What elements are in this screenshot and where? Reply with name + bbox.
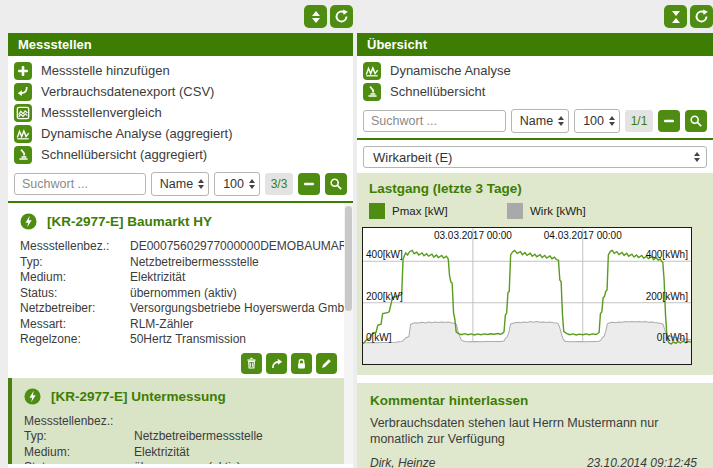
result-count-badge: 3/3: [265, 173, 293, 195]
messstellen-panel: Messstellen Messstelle hinzufügen Verbra…: [8, 33, 353, 468]
entry-title-row: [KR-2977-E] Untermessung: [24, 384, 337, 414]
refresh-button[interactable]: [690, 5, 713, 28]
list-item[interactable]: [KR-2977-E] Untermessung Messstellenbez.…: [8, 378, 353, 465]
messstellen-list: [KR-2977-E] Baumarkt HY Messstellenbez.:…: [8, 203, 353, 464]
uebersicht-menu: Dynamische Analyse Schnellübersicht: [357, 56, 713, 104]
sort-select[interactable]: Name: [511, 109, 569, 133]
microscope-icon: [14, 146, 32, 164]
scrollbar[interactable]: [344, 203, 353, 464]
measurement-type-select[interactable]: Wirkarbeit (E): [363, 146, 707, 168]
messstellen-search-row: Name 100 3/3: [8, 167, 353, 201]
svg-text:0[kWh]: 0[kWh]: [657, 332, 688, 343]
list-item[interactable]: [KR-2977-E] Baumarkt HY Messstellenbez.:…: [8, 203, 353, 378]
menu-item-schnelluebersicht[interactable]: Schnellübersicht: [357, 81, 713, 102]
field-label: Status:: [20, 286, 130, 302]
entry-title: [KR-2977-E] Untermessung: [51, 389, 226, 404]
pencil-icon: [320, 357, 333, 370]
uebersicht-panel: Übersicht Dynamische Analyse Schnellüber…: [357, 33, 713, 468]
collapse-button[interactable]: [664, 5, 687, 28]
line-chart-icon: [14, 125, 32, 143]
svg-text:200[kWh]: 200[kWh]: [646, 291, 689, 302]
search-icon: [689, 114, 703, 128]
field-value: Netzbetreibermessstelle: [130, 255, 259, 271]
field-label: Typ:: [24, 429, 134, 445]
field-label: Regelzone:: [20, 332, 130, 348]
edit-button[interactable]: [316, 353, 337, 374]
transfer-button[interactable]: [266, 353, 287, 374]
entry-title-row: [KR-2977-E] Baumarkt HY: [20, 209, 337, 239]
lightning-icon: [24, 388, 41, 405]
field-label: Messstellenbez.:: [20, 239, 130, 255]
remove-filter-button[interactable]: [298, 173, 320, 195]
field-value: Elektrizität: [130, 270, 185, 286]
menu-item-label: Verbrauchsdatenexport (CSV): [41, 84, 214, 99]
right-panel-toolbar: [357, 5, 713, 28]
menu-item-export-csv[interactable]: Verbrauchsdatenexport (CSV): [8, 81, 353, 102]
menu-item-messstellenvergleich[interactable]: Messstellenvergleich: [8, 102, 353, 123]
field-value: Netzbetreibermessstelle: [134, 429, 263, 445]
entry-actions: [20, 348, 337, 376]
left-panel-toolbar: [8, 5, 353, 28]
menu-item-label: Schnellübersicht: [390, 84, 485, 99]
comment-title: Kommentar hinterlassen: [370, 391, 697, 415]
menu-item-add-messstelle[interactable]: Messstelle hinzufügen: [8, 60, 353, 81]
svg-text:0[kW]: 0[kW]: [366, 332, 392, 343]
remove-filter-button[interactable]: [658, 110, 680, 132]
search-icon: [329, 177, 343, 191]
svg-text:04.03.2017 00:00: 04.03.2017 00:00: [544, 230, 622, 241]
comment-footer: Dirk, Heinze 23.10.2014 09:12:45: [370, 447, 697, 468]
chevron-updown-icon: [609, 116, 615, 126]
minus-icon: [663, 115, 675, 127]
comment-text: Verbrauchsdaten stehen laut Herrn Muster…: [370, 415, 697, 447]
divider: [357, 138, 713, 140]
panel-title: Messstellen: [8, 33, 353, 56]
refresh-button[interactable]: [330, 5, 353, 28]
page-size-select[interactable]: 100: [574, 109, 620, 133]
page-size-select[interactable]: 100: [214, 172, 260, 196]
microscope-icon: [363, 83, 381, 101]
sort-select-value: Name: [160, 177, 193, 191]
field-label: Status:: [24, 460, 134, 464]
lightning-icon: [20, 213, 37, 230]
field-label: Medium:: [24, 445, 134, 461]
field-value: DE00075602977000000DEMOBAUMARKT01: [130, 239, 353, 255]
page-size-value: 100: [583, 114, 604, 128]
menu-item-label: Messstelle hinzufügen: [41, 63, 170, 78]
field-value: übernommen (aktiv): [134, 460, 241, 464]
menu-item-dynamische-analyse[interactable]: Dynamische Analyse (aggregiert): [8, 123, 353, 144]
scrollbar-thumb[interactable]: [345, 206, 352, 311]
menu-item-label: Dynamische Analyse (aggregiert): [41, 126, 232, 141]
sort-select[interactable]: Name: [151, 172, 209, 196]
legend-item: Wirk [kWh]: [507, 203, 645, 219]
legend-item: Pmax [kW]: [369, 203, 507, 219]
field-value: Elektrizität: [134, 445, 189, 461]
collapse-arrows-icon: [672, 11, 680, 23]
compare-chart-icon: [14, 104, 32, 122]
search-button[interactable]: [685, 110, 707, 132]
comment-timestamp: 23.10.2014 09:12:45: [587, 456, 697, 468]
svg-text:400[kWh]: 400[kWh]: [646, 249, 689, 260]
field-value: RLM-Zähler: [130, 317, 193, 333]
legend-swatch-pmax: [369, 203, 385, 219]
lock-button[interactable]: [291, 353, 312, 374]
search-input[interactable]: [14, 173, 146, 195]
search-button[interactable]: [325, 173, 347, 195]
search-input[interactable]: [363, 110, 506, 132]
chart-legend: Pmax [kW] Wirk [kWh]: [357, 202, 713, 225]
menu-item-schnelluebersicht[interactable]: Schnellübersicht (aggregiert): [8, 144, 353, 165]
lastgang-section: Lastgang (letzte 3 Tage) Pmax [kW] Wirk …: [357, 173, 713, 375]
field-value: übernommen (aktiv): [130, 286, 237, 302]
comment-section: Kommentar hinterlassen Verbrauchsdaten s…: [357, 383, 713, 468]
expand-collapse-button[interactable]: [304, 5, 327, 28]
comment-author: Dirk, Heinze: [370, 456, 435, 468]
menu-item-label: Dynamische Analyse: [390, 63, 511, 78]
menu-item-label: Messstellenvergleich: [41, 105, 162, 120]
legend-label: Wirk [kWh]: [530, 205, 586, 217]
delete-button[interactable]: [241, 353, 262, 374]
uebersicht-search-row: Name 100 1/1: [357, 104, 713, 138]
menu-item-dynamische-analyse[interactable]: Dynamische Analyse: [357, 60, 713, 81]
svg-text:03.03.2017 00:00: 03.03.2017 00:00: [434, 230, 512, 241]
line-chart-icon: [363, 62, 381, 80]
field-label: Netzbetreiber:: [20, 301, 130, 317]
section-gap: [357, 375, 713, 383]
